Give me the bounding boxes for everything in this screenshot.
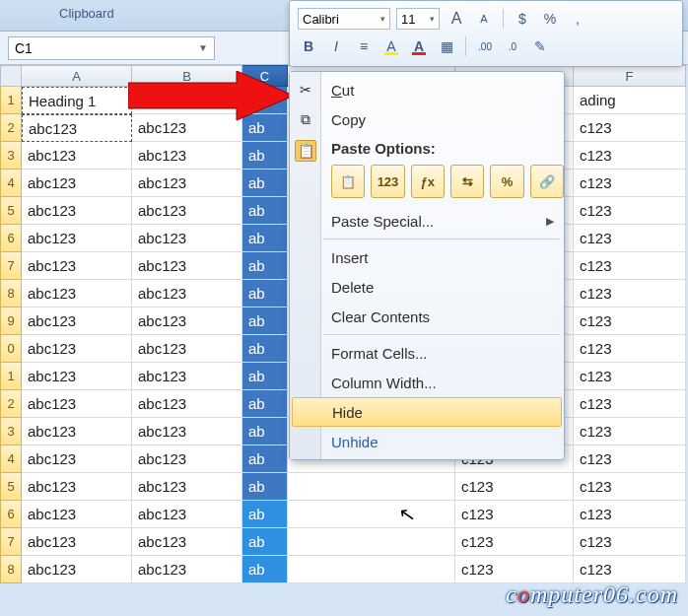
cell[interactable]: abc123 xyxy=(22,308,132,335)
font-size-combo[interactable]: 11▾ xyxy=(396,8,440,30)
cell[interactable]: ading xyxy=(574,87,686,114)
menu-copy[interactable]: ⧉ Copy xyxy=(290,104,564,134)
cell[interactable]: c123 xyxy=(574,280,686,308)
cell[interactable]: ab xyxy=(242,197,288,225)
cell[interactable]: abc123 xyxy=(132,252,242,280)
cell[interactable]: abc123 xyxy=(22,528,132,556)
cell[interactable]: abc123 xyxy=(132,308,242,335)
cell[interactable]: Heading 1 xyxy=(22,87,132,114)
cell[interactable]: abc123 xyxy=(22,252,132,280)
cell[interactable]: abc123 xyxy=(22,501,132,528)
cell[interactable]: ab xyxy=(242,473,288,501)
paste-option-link[interactable]: 🔗 xyxy=(530,165,564,198)
cell[interactable]: c123 xyxy=(574,473,686,501)
cell[interactable] xyxy=(288,528,455,556)
cell[interactable]: ab xyxy=(242,170,288,197)
row-header[interactable]: 2 xyxy=(0,114,22,142)
font-color-button[interactable]: A xyxy=(408,35,430,57)
italic-button[interactable]: I xyxy=(325,35,347,57)
column-header-c[interactable]: C xyxy=(242,65,288,87)
cell[interactable]: c123 xyxy=(574,418,686,445)
cell[interactable]: c123 xyxy=(574,363,686,390)
cell[interactable]: abc123 xyxy=(22,114,132,142)
paste-option-transpose[interactable]: ⇆ xyxy=(450,165,484,198)
cell[interactable]: ab xyxy=(242,556,288,583)
cell[interactable] xyxy=(288,501,455,528)
cell[interactable]: Heading 2 xyxy=(132,87,242,114)
cell[interactable]: c123 xyxy=(574,390,686,418)
cell[interactable]: abc123 xyxy=(22,556,132,583)
row-header[interactable]: 1 xyxy=(0,87,22,114)
currency-button[interactable]: $ xyxy=(512,8,533,30)
cell[interactable] xyxy=(288,556,455,583)
cell[interactable]: ab xyxy=(242,501,288,528)
menu-paste-special[interactable]: Paste Special... ▶ xyxy=(290,206,564,236)
cell[interactable]: abc123 xyxy=(22,280,132,308)
menu-delete[interactable]: Delete xyxy=(290,272,564,302)
cell[interactable]: ab xyxy=(242,225,288,252)
menu-clear-contents[interactable]: Clear Contents xyxy=(290,302,564,331)
increase-decimal-button[interactable]: .00 xyxy=(474,35,496,57)
cell[interactable]: c123 xyxy=(574,197,686,225)
decrease-decimal-button[interactable]: .0 xyxy=(502,35,523,57)
select-all-corner[interactable] xyxy=(0,65,22,87)
menu-insert[interactable]: Insert xyxy=(290,242,564,272)
cell[interactable]: abc123 xyxy=(132,418,242,445)
column-header-f[interactable]: F xyxy=(574,65,686,87)
row-header[interactable]: 0 xyxy=(0,335,22,363)
name-box[interactable]: C1 ▼ xyxy=(8,36,215,60)
cell[interactable]: c123 xyxy=(574,114,686,142)
bold-button[interactable]: B xyxy=(298,35,319,57)
cell[interactable]: ab xyxy=(242,418,288,445)
menu-unhide[interactable]: Unhide xyxy=(290,427,564,456)
cell[interactable]: abc123 xyxy=(132,197,242,225)
cell[interactable]: abc123 xyxy=(22,390,132,418)
cell[interactable]: abc123 xyxy=(22,142,132,170)
row-header[interactable]: 7 xyxy=(0,528,22,556)
cell[interactable]: c123 xyxy=(574,528,686,556)
format-painter-button[interactable]: ✎ xyxy=(529,35,551,57)
cell[interactable]: abc123 xyxy=(132,280,242,308)
cell[interactable]: c123 xyxy=(574,142,686,170)
cell[interactable]: abc123 xyxy=(132,363,242,390)
cell[interactable]: abc123 xyxy=(22,363,132,390)
row-header[interactable]: 7 xyxy=(0,252,22,280)
paste-option-formatting[interactable]: % xyxy=(490,165,523,198)
cell[interactable]: abc123 xyxy=(22,445,132,473)
cell[interactable]: abc123 xyxy=(132,528,242,556)
cell[interactable]: ab xyxy=(242,445,288,473)
cell[interactable]: ab xyxy=(242,114,288,142)
menu-hide[interactable]: Hide xyxy=(292,397,562,427)
shrink-font-button[interactable]: A xyxy=(473,8,495,30)
row-header[interactable]: 5 xyxy=(0,473,22,501)
cell[interactable]: c123 xyxy=(574,252,686,280)
cell[interactable]: abc123 xyxy=(132,556,242,583)
cell[interactable] xyxy=(288,473,455,501)
chevron-down-icon[interactable]: ▼ xyxy=(198,42,208,53)
cell[interactable]: ab xyxy=(242,363,288,390)
row-header[interactable]: 8 xyxy=(0,556,22,583)
fill-color-button[interactable]: A xyxy=(380,35,402,57)
column-header-a[interactable]: A xyxy=(22,65,132,87)
cell[interactable]: abc123 xyxy=(132,142,242,170)
cell[interactable]: ab xyxy=(242,390,288,418)
cell[interactable]: c123 xyxy=(574,445,686,473)
percent-button[interactable]: % xyxy=(539,8,561,30)
row-header[interactable]: 5 xyxy=(0,197,22,225)
row-header[interactable]: 4 xyxy=(0,170,22,197)
cell[interactable]: abc123 xyxy=(22,225,132,252)
font-name-combo[interactable]: Calibri▾ xyxy=(298,8,390,30)
borders-button[interactable]: ▦ xyxy=(436,35,457,57)
cell[interactable]: abc123 xyxy=(22,170,132,197)
cell[interactable]: c123 xyxy=(574,501,686,528)
cell[interactable]: c123 xyxy=(574,335,686,363)
grow-font-button[interactable]: A xyxy=(446,8,467,30)
row-header[interactable]: 4 xyxy=(0,445,22,473)
cell[interactable]: abc123 xyxy=(132,390,242,418)
row-header[interactable]: 3 xyxy=(0,142,22,170)
cell[interactable]: ab xyxy=(242,252,288,280)
cell[interactable]: abc123 xyxy=(132,473,242,501)
cell[interactable]: abc123 xyxy=(132,335,242,363)
row-header[interactable]: 8 xyxy=(0,280,22,308)
row-header[interactable]: 3 xyxy=(0,418,22,445)
